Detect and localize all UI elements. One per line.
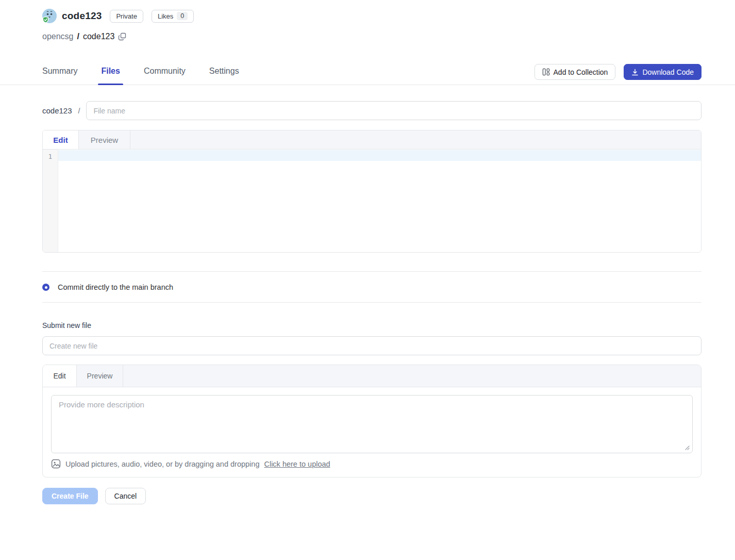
commit-option-row: Commit directly to the main branch (42, 272, 701, 302)
tab-summary[interactable]: Summary (42, 61, 77, 85)
line-number-gutter: 1 (43, 150, 58, 252)
copy-repo-name-button[interactable] (118, 32, 126, 41)
resize-grip-icon (684, 444, 690, 450)
code-editor-tabbar: Edit Preview (43, 130, 701, 150)
breadcrumb: opencsg / code123 (42, 32, 701, 41)
code-editor-tab-preview[interactable]: Preview (79, 130, 130, 149)
active-line-highlight (58, 150, 701, 161)
file-path-row: code123 / (42, 101, 701, 120)
textarea-resize-handle[interactable] (684, 444, 690, 450)
submit-new-file-label: Submit new file (42, 321, 701, 330)
repo-tabs: Summary Files Community Settings (42, 61, 239, 85)
download-code-label: Download Code (642, 68, 694, 76)
description-tabbar: Edit Preview (43, 365, 701, 387)
create-file-button[interactable]: Create File (42, 488, 98, 504)
breadcrumb-owner[interactable]: opencsg (42, 32, 74, 41)
download-code-button[interactable]: Download Code (624, 64, 701, 80)
upload-hint-row: Upload pictures, audio, video, or by dra… (43, 453, 701, 477)
copy-icon (118, 32, 126, 41)
description-tab-edit[interactable]: Edit (43, 365, 77, 387)
file-path-repo: code123 (42, 106, 72, 115)
visibility-badge-label: Private (116, 12, 137, 20)
code-input-area[interactable] (58, 150, 701, 252)
description-body (43, 387, 701, 453)
add-to-collection-button[interactable]: Add to Collection (534, 64, 616, 80)
upload-link[interactable]: Click here to upload (264, 460, 330, 468)
nav-tabbar: Summary Files Community Settings Add to … (0, 61, 735, 85)
avatar-image-icon (42, 9, 57, 23)
tab-files[interactable]: Files (101, 61, 120, 85)
code-editor-tab-edit[interactable]: Edit (43, 130, 79, 149)
repo-avatar (42, 9, 57, 23)
download-icon (631, 69, 639, 76)
breadcrumb-repo[interactable]: code123 (83, 32, 114, 41)
repo-header: code123 Private Likes 0 (42, 0, 701, 23)
divider (42, 302, 701, 303)
description-panel: Edit Preview Upload pictures, audio, vid… (42, 365, 701, 477)
code-editor-panel: Edit Preview 1 (42, 130, 701, 253)
breadcrumb-separator: / (77, 32, 79, 41)
image-icon (51, 459, 61, 469)
tab-settings[interactable]: Settings (209, 61, 239, 85)
commit-radio[interactable] (42, 284, 49, 291)
line-number: 1 (48, 153, 53, 160)
file-name-input[interactable] (86, 101, 701, 120)
likes-label: Likes (158, 12, 173, 20)
tab-community[interactable]: Community (144, 61, 186, 85)
upload-hint-text: Upload pictures, audio, video, or by dra… (65, 460, 259, 468)
repo-title: code123 (62, 10, 102, 22)
visibility-badge: Private (110, 10, 143, 23)
code-editor-body: 1 (43, 150, 701, 252)
file-path-separator: / (78, 107, 80, 115)
form-footer: Create File Cancel (42, 488, 701, 540)
likes-count: 0 (177, 12, 188, 20)
commit-option-label: Commit directly to the main branch (58, 283, 173, 291)
likes-badge[interactable]: Likes 0 (152, 10, 194, 23)
cancel-button[interactable]: Cancel (105, 488, 146, 504)
description-tab-preview[interactable]: Preview (77, 365, 123, 387)
add-to-collection-label: Add to Collection (554, 68, 608, 76)
page: code123 Private Likes 0 opencsg / code12… (0, 0, 735, 41)
repo-actions: Add to Collection Download Code (534, 64, 701, 85)
collection-grid-icon (542, 68, 550, 76)
commit-message-input[interactable] (42, 336, 701, 355)
description-textarea[interactable] (51, 395, 693, 453)
